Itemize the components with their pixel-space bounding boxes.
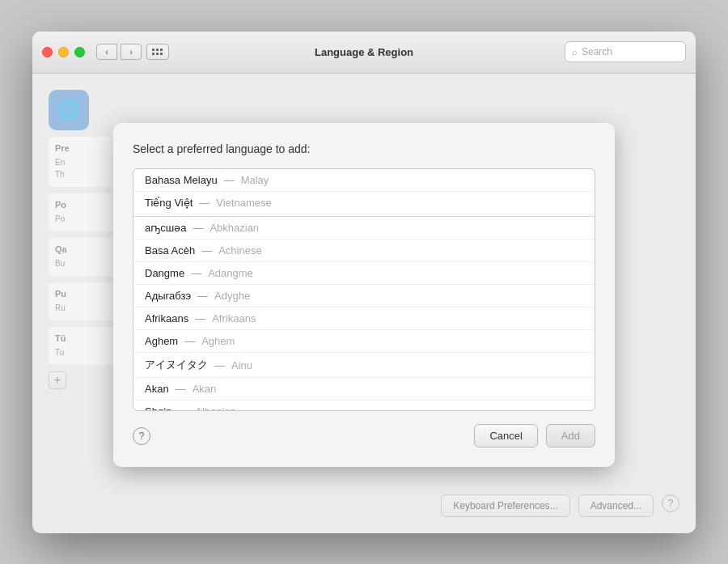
language-item[interactable]: аҧсшәа — Abkhazian: [133, 216, 595, 240]
lang-dash: —: [201, 244, 212, 257]
forward-button[interactable]: ›: [121, 44, 142, 60]
add-language-button[interactable]: +: [49, 371, 66, 389]
language-item[interactable]: Tiếng Việt — Vietnamese: [133, 192, 595, 214]
language-item[interactable]: Aghem — Aghem: [133, 330, 595, 353]
language-item[interactable]: アイヌイタク — Ainu: [133, 353, 595, 378]
lang-native-name: Адыгабзэ: [145, 290, 191, 302]
close-button[interactable]: [42, 47, 53, 57]
lang-english-name: Abkhazian: [210, 222, 259, 234]
traffic-lights: [42, 47, 85, 57]
keyboard-prefs-button[interactable]: Keyboard Preferences...: [441, 494, 569, 517]
language-item[interactable]: Akan — Akan: [133, 378, 595, 401]
language-item[interactable]: Basa Acèh — Achinese: [133, 240, 595, 262]
titlebar: ‹ › Language & Region ⌕ Search: [32, 32, 696, 74]
lang-native-name: Akan: [145, 383, 169, 395]
cancel-button[interactable]: Cancel: [474, 424, 537, 447]
forward-icon: ›: [129, 47, 133, 57]
grid-button[interactable]: [146, 44, 169, 60]
lang-native-name: Shqip: [145, 405, 171, 410]
lang-dash: —: [176, 383, 186, 395]
lang-native-name: Basa Acèh: [145, 244, 195, 257]
lang-english-name: Akan: [193, 383, 217, 395]
lang-english-name: Adyghe: [214, 290, 250, 302]
lang-dash: —: [214, 359, 225, 371]
back-icon: ‹: [105, 47, 108, 57]
lang-dash: —: [184, 335, 195, 347]
background-bottom-buttons: Keyboard Preferences... Advanced... ?: [441, 494, 679, 517]
window-title: Language & Region: [315, 46, 413, 58]
modal-action-buttons: Cancel Add: [474, 424, 595, 447]
lang-dash: —: [193, 222, 203, 234]
back-button[interactable]: ‹: [96, 44, 117, 60]
help-button[interactable]: ?: [133, 427, 150, 445]
maximize-button[interactable]: [74, 47, 85, 57]
modal-title: Select a preferred language to add:: [133, 142, 595, 155]
modal-footer: ? Cancel Add: [133, 424, 595, 447]
language-list[interactable]: Bahasa Melayu — MalayTiếng Việt — Vietna…: [133, 169, 595, 410]
panel-icon: 🌐: [49, 90, 89, 130]
grid-icon: [152, 49, 163, 56]
lang-dash: —: [191, 267, 201, 279]
lang-english-name: Aghem: [201, 335, 235, 347]
lang-dash: —: [224, 174, 235, 186]
language-item[interactable]: Afrikaans — Afrikaans: [133, 307, 595, 330]
help-icon: ?: [139, 430, 145, 442]
search-icon: ⌕: [572, 47, 578, 57]
lang-native-name: Dangme: [145, 267, 184, 279]
help-icon-bg: ?: [668, 498, 674, 509]
lang-english-name: Albanian: [195, 405, 236, 410]
nav-buttons: ‹ ›: [96, 44, 142, 60]
lang-dash: —: [178, 405, 188, 410]
add-button[interactable]: Add: [546, 424, 595, 447]
lang-dash: —: [199, 197, 210, 209]
lang-native-name: Aghem: [145, 335, 178, 347]
lang-english-name: Malay: [241, 174, 269, 186]
lang-native-name: アイヌイタク: [145, 358, 208, 372]
lang-english-name: Vietnamese: [216, 197, 271, 209]
lang-native-name: аҧсшәа: [145, 222, 186, 234]
lang-english-name: Ainu: [231, 359, 252, 371]
lang-dash: —: [197, 290, 208, 302]
lang-english-name: Achinese: [218, 244, 261, 257]
advanced-button[interactable]: Advanced...: [578, 494, 654, 517]
modal-overlay: Select a preferred language to add: Baha…: [32, 74, 696, 533]
search-placeholder: Search: [582, 46, 612, 57]
language-item[interactable]: Dangme — Adangme: [133, 262, 595, 285]
language-item[interactable]: Shqip — Albanian: [133, 401, 595, 410]
minimize-button[interactable]: [58, 47, 69, 57]
lang-english-name: Afrikaans: [212, 312, 256, 324]
lang-native-name: Afrikaans: [145, 312, 188, 324]
language-item[interactable]: Bahasa Melayu — Malay: [133, 169, 595, 192]
lang-dash: —: [195, 312, 205, 324]
language-list-container: Bahasa Melayu — MalayTiếng Việt — Vietna…: [133, 168, 595, 411]
lang-english-name: Adangme: [208, 267, 253, 279]
lang-native-name: Bahasa Melayu: [145, 174, 218, 186]
lang-native-name: Tiếng Việt: [145, 197, 193, 209]
main-content: 🌐 Pre En Th Po Po Qa Bu Pu Ru Tü Tu: [32, 74, 696, 533]
main-window: ‹ › Language & Region ⌕ Search 🌐 Pre En: [32, 32, 696, 533]
search-box[interactable]: ⌕ Search: [565, 41, 686, 62]
add-language-dialog: Select a preferred language to add: Baha…: [113, 123, 615, 467]
help-button-bg[interactable]: ?: [662, 494, 679, 512]
language-item[interactable]: Адыгабзэ — Adyghe: [133, 285, 595, 307]
